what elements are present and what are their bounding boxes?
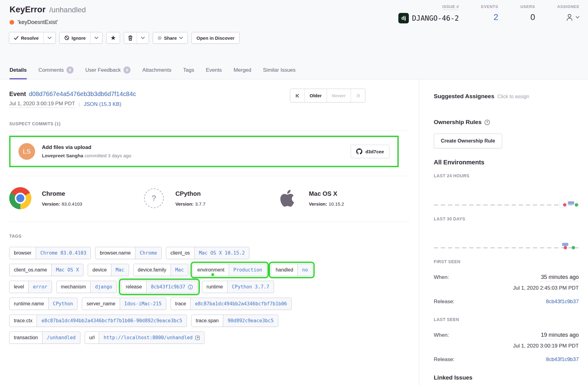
older-event-button[interactable]: Older [304,89,327,102]
last-seen-marker [575,203,578,207]
tag-key: trace.ctx [10,315,37,327]
tag-value-link[interactable]: django [90,281,116,293]
context-version: Version:10.15.2 [309,201,344,207]
tab-tags[interactable]: Tags [183,66,194,79]
last-seen-release-link[interactable]: 8cb43f1c9b37 [546,356,579,363]
github-icon [356,148,362,155]
stat-assignee: ASSIGNEE [557,4,579,24]
tag-value-link[interactable]: 90d892c9eace3bc5 [223,315,278,327]
sparkline-30d [434,247,579,248]
tag-value-link[interactable]: CPython [48,298,77,310]
tag-pill-url: urlhttp://localhost:8000/unhandled [85,332,204,344]
users-label: USERS [520,4,535,9]
tag-value-link[interactable]: CPython 3.7.7 [227,281,273,293]
event-json-link[interactable]: JSON (15.3 KB) [84,101,121,107]
context-name: Mac OS X [309,190,344,197]
when-label: When: [434,332,449,338]
tag-key: server_name [82,298,119,310]
suspect-commits-section: SUSPECT COMMITS (1) LS Add files via upl… [9,121,410,167]
ignore-dropdown-button[interactable] [90,32,102,43]
tag-key: transaction [10,332,42,344]
tag-value-link[interactable]: http://localhost:8000/unhandled [99,332,204,344]
latest-event-button[interactable] [351,89,365,102]
last-seen-heading: LAST SEEN [434,317,579,322]
event-details-panel: Event d08d7667e4a5476eb3b3db6d7f14c84c J… [0,79,419,386]
tab-merged[interactable]: Merged [234,66,252,79]
event-timestamp: Jul 1, 2020 3:00:19 PM PDT [9,101,75,108]
delete-dropdown-button[interactable] [137,32,149,43]
comments-count-badge: 0 [66,66,74,74]
share-status-dot-icon [158,36,162,40]
open-in-discover-button[interactable]: Open in Discover [192,32,239,43]
event-header-section: Event d08d7667e4a5476eb3b3db6d7f14c84c J… [9,79,410,108]
tab-similar-issues[interactable]: Similar Issues [263,66,296,79]
tag-value-link[interactable]: error [28,281,52,293]
last-seen-absolute: Jul 1, 2020 3:00:19 PM PDT [434,343,579,349]
tag-key: client_os.name [10,264,51,276]
tag-key: device.family [134,264,171,276]
tab-attachments[interactable]: Attachments [142,66,171,79]
tag-list: browserChrome 83.0.4103browser.nameChrom… [9,247,410,344]
event-id-link[interactable]: d08d7667e4a5476eb3b3db6d7f14c84c [29,90,136,98]
issue-short-id[interactable]: DJANGO-46-2 [412,14,459,22]
help-question-icon[interactable]: ? [484,119,490,125]
tag-value-link[interactable]: Mac OS X 10.15.2 [194,247,249,259]
tag-key: device [88,264,111,276]
tag-pill-trace.span: trace.span90d892c9eace3bc5 [191,315,278,327]
commit-sha-button[interactable]: d3d7cee [351,145,389,158]
newer-event-button[interactable]: Newer [327,89,351,102]
event-label: Event [9,90,26,98]
oldest-event-button[interactable] [290,89,304,102]
share-button[interactable]: Share [153,32,188,43]
sparkline-24h [434,204,579,206]
event-bar-marker [568,201,574,204]
release-label: Release: [434,299,454,305]
tag-value-link[interactable]: Mac [171,264,188,276]
tag-value-link[interactable]: Idos-iMac-215 [120,298,166,310]
ignore-button[interactable]: Ignore [60,32,91,43]
issue-detail-page: KeyError /unhandled 'keyDoesntExist' ISS… [0,0,588,386]
bookmark-star-button[interactable]: ★ [107,32,119,43]
tag-value-link[interactable]: 8cb43f1c9b37 [146,281,197,293]
chevron-down-icon [576,16,579,18]
tag-value-link[interactable]: Mac OS X [51,264,83,276]
last-seen-marker [572,246,575,249]
tag-value-link[interactable]: Chrome [135,247,161,259]
chevron-down-icon [95,37,98,39]
skip-to-last-icon [356,94,360,98]
info-icon[interactable] [188,284,193,290]
tag-value-link[interactable]: Chrome 83.0.4103 [36,247,91,259]
tag-pill-device.family: device.familyMac [133,264,188,276]
last-seen-release-row: Release: 8cb43f1c9b37 [434,356,579,363]
linked-issues-title: Linked Issues [434,374,579,381]
tag-value-link[interactable]: Mac [111,264,129,276]
tag-value-link[interactable]: /unhandled [42,332,80,344]
resolve-dropdown-button[interactable] [43,32,55,43]
tab-events[interactable]: Events [206,66,222,79]
create-ownership-rule-button[interactable]: Create Ownership Rule [434,134,502,148]
last-24-hours-label: LAST 24 HOURS [434,173,579,178]
tag-value-link[interactable]: Production [229,264,266,276]
last-seen-when-row: When: 19 minutes ago [434,332,579,339]
tab-user-feedback[interactable]: User Feedback0 [85,66,131,79]
tab-details[interactable]: Details [10,66,27,79]
tab-comments[interactable]: Comments0 [38,66,74,79]
first-seen-heading: FIRST SEEN [434,259,579,264]
external-link-icon[interactable] [195,336,200,340]
resolve-button[interactable]: Resolve [9,32,43,43]
issue-number-label: ISSUE # [442,4,459,10]
tag-value-link[interactable]: e8c87ba1dc494bb2a4346bcfbf7b1b06-90d892c… [37,315,186,327]
first-seen-release-link[interactable]: 8cb43f1c9b37 [546,299,579,305]
tag-value-link[interactable]: e8c87ba1dc494bb2a4346bcfbf7b1b06 [190,298,291,310]
tag-pill-handled: handledno [271,264,312,276]
tag-key: runtime [202,281,227,293]
tags-section: TAGS browserChrome 83.0.4103browser.name… [9,234,410,344]
tag-row: browserChrome 83.0.4103browser.nameChrom… [9,247,410,259]
tag-value-link[interactable]: no [297,264,312,276]
assignee-dropdown[interactable] [565,12,579,23]
issue-message: 'keyDoesntExist' [18,19,58,26]
stat-issue: ISSUE # dj DJANGO-46-2 [398,4,459,24]
delete-button[interactable] [124,32,137,43]
events-count[interactable]: 2 [493,13,498,22]
tag-pill-transaction: transaction/unhandled [9,332,80,344]
